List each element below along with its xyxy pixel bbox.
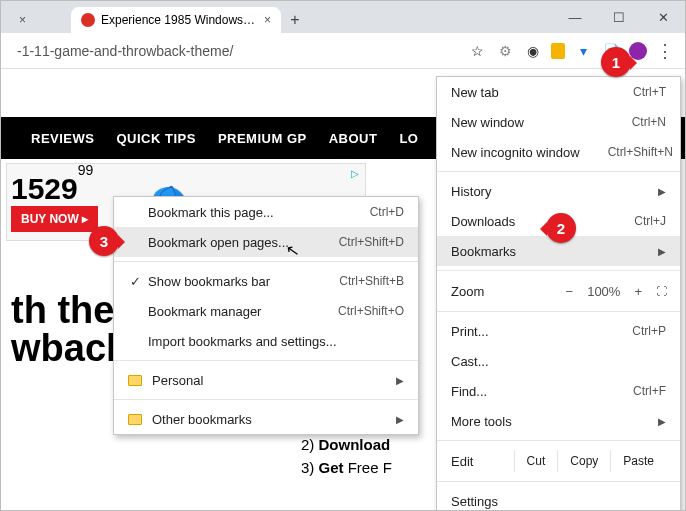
close-icon[interactable]: × [19,13,26,27]
chevron-right-icon: ▶ [378,375,404,386]
chrome-menu-button[interactable]: ⋮ [651,37,679,65]
window-controls: — ☐ ✕ [553,1,685,33]
menu-item-folder-other[interactable]: Other bookmarks▶ [114,404,418,434]
menu-item-cast[interactable]: Cast... [437,346,680,376]
menu-item-import-bookmarks[interactable]: Import bookmarks and settings... [114,326,418,356]
address-bar: -1-11-game-and-throwback-theme/ ☆ ⚙ ◉ ▾ … [1,33,685,69]
menu-item-zoom: Zoom − 100% + ⛶ [437,275,680,307]
folder-icon [128,375,142,386]
extension-icon[interactable]: ◉ [523,41,543,61]
annotation-callout-3: 3 [89,226,119,256]
menu-item-bookmark-manager[interactable]: Bookmark managerCtrl+Shift+O [114,296,418,326]
favicon-icon [81,13,95,27]
tab-title: Experience 1985 Windows with t [101,13,256,27]
menu-item-find[interactable]: Find...Ctrl+F [437,376,680,406]
cut-button[interactable]: Cut [514,450,558,472]
zoom-value: 100% [587,284,620,299]
extension-icon[interactable] [551,43,565,59]
minimize-button[interactable]: — [553,1,597,33]
menu-item-bookmark-open-pages[interactable]: Bookmark open pages...Ctrl+Shift+D [114,227,418,257]
buy-now-button[interactable]: BUY NOW ▸ [11,206,98,232]
annotation-callout-1: 1 [601,47,631,77]
zoom-out-button[interactable]: − [566,284,574,299]
menu-item-new-tab[interactable]: New tabCtrl+T [437,77,680,107]
close-window-button[interactable]: ✕ [641,1,685,33]
nav-item[interactable]: ABOUT [329,131,378,146]
adchoices-icon[interactable]: ▷ [351,168,359,179]
new-tab-button[interactable]: + [281,7,309,33]
nav-item[interactable]: PREMIUM GP [218,131,307,146]
bookmarks-submenu: Bookmark this page...Ctrl+D Bookmark ope… [113,196,419,435]
chevron-right-icon: ▶ [378,414,404,425]
nav-item[interactable]: REVIEWS [31,131,94,146]
tab-inactive[interactable]: × [1,7,71,33]
nav-item[interactable]: LO [399,131,418,146]
url-fragment[interactable]: -1-11-game-and-throwback-theme/ [7,37,243,65]
menu-item-folder-personal[interactable]: Personal▶ [114,365,418,395]
extension-icon[interactable]: ⚙ [495,41,515,61]
nav-item[interactable]: QUICK TIPS [116,131,195,146]
menu-item-history[interactable]: History▶ [437,176,680,206]
bookmark-star-icon[interactable]: ☆ [467,41,487,61]
maximize-button[interactable]: ☐ [597,1,641,33]
folder-icon [128,414,142,425]
tab-strip: × Experience 1985 Windows with t × + [1,1,553,33]
extension-icon[interactable]: ▾ [573,41,593,61]
check-icon: ✓ [128,274,142,289]
browser-titlebar: × Experience 1985 Windows with t × + — ☐… [1,1,685,33]
ad-price: 1529 [11,172,78,205]
fullscreen-icon[interactable]: ⛶ [656,285,666,297]
menu-item-print[interactable]: Print...Ctrl+P [437,316,680,346]
paste-button[interactable]: Paste [610,450,666,472]
menu-item-settings[interactable]: Settings [437,486,680,511]
chevron-right-icon: ▶ [640,246,666,257]
menu-item-new-window[interactable]: New windowCtrl+N [437,107,680,137]
chevron-right-icon: ▶ [640,416,666,427]
menu-item-show-bookmarks-bar[interactable]: ✓Show bookmarks barCtrl+Shift+B [114,266,418,296]
menu-item-bookmark-this-page[interactable]: Bookmark this page...Ctrl+D [114,197,418,227]
ad-price-cents: 99 [78,162,94,178]
chrome-main-menu: New tabCtrl+T New windowCtrl+N New incog… [436,76,681,511]
menu-item-incognito[interactable]: New incognito windowCtrl+Shift+N [437,137,680,167]
menu-item-more-tools[interactable]: More tools▶ [437,406,680,436]
menu-item-edit: Edit Cut Copy Paste [437,445,680,477]
copy-button[interactable]: Copy [557,450,610,472]
zoom-in-button[interactable]: + [634,284,642,299]
tab-active[interactable]: Experience 1985 Windows with t × [71,7,281,33]
annotation-callout-2: 2 [546,213,576,243]
close-icon[interactable]: × [264,13,271,27]
chevron-right-icon: ▶ [640,186,666,197]
